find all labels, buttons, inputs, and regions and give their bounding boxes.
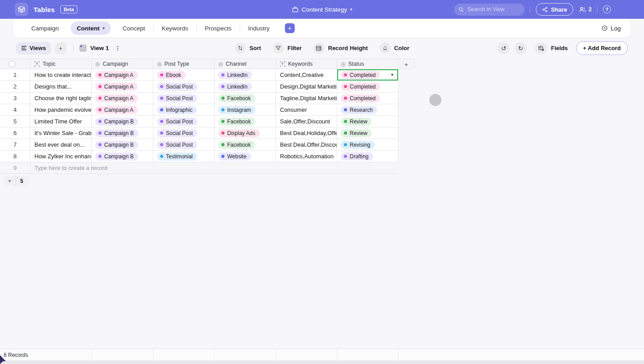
cell-topic[interactable]: Designs that...	[30, 81, 92, 93]
create-record-input[interactable]: Type here to create a record	[30, 162, 92, 174]
single-select-icon: ◎	[218, 61, 223, 67]
cell-campaign[interactable]: Campaign B	[92, 116, 153, 127]
cell-status[interactable]: Review	[337, 116, 398, 127]
log-button[interactable]: Log	[602, 25, 621, 32]
cell-topic[interactable]: It's Winter Sale - Grab th...	[30, 127, 92, 139]
views-button[interactable]: Views	[16, 42, 51, 55]
cell-keywords[interactable]: Best Deal,Holiday,Offer	[276, 127, 337, 139]
cell-campaign[interactable]: Campaign A	[92, 81, 153, 93]
column-header-channel[interactable]: ◎Channel	[215, 59, 276, 69]
row-number[interactable]: 5	[0, 116, 30, 127]
add-record-button[interactable]: + Add Record	[576, 41, 628, 55]
column-header-campaign[interactable]: ◎Campaign	[92, 59, 153, 69]
cell-post-type[interactable]: Social Post	[153, 81, 215, 93]
fields-button[interactable]: Fields	[535, 42, 568, 55]
cell-status[interactable]: Completed	[337, 93, 398, 104]
cell-topic[interactable]: Best ever deal on...	[30, 139, 92, 151]
cell-post-type[interactable]: Social Post	[153, 139, 215, 151]
row-number[interactable]: 2	[0, 81, 30, 93]
column-header-keywords[interactable]: Keywords	[276, 59, 337, 69]
column-header-topic[interactable]: Topic	[30, 59, 92, 69]
cell-campaign[interactable]: Campaign B	[92, 139, 153, 151]
cell-channel[interactable]: Facebook	[215, 93, 276, 104]
cell-channel[interactable]: Website	[215, 151, 276, 162]
cell-topic[interactable]: How Zylker Inc enhance...	[30, 151, 92, 162]
cell-topic[interactable]: How pandemic evolved...	[30, 104, 92, 116]
row-number[interactable]: 4	[0, 104, 30, 116]
sort-button[interactable]: Sort	[235, 42, 261, 54]
add-rows-count-input[interactable]: 5	[16, 178, 30, 184]
tab-industry[interactable]: Industry	[240, 19, 278, 38]
cell-post-type[interactable]: Infographic	[153, 104, 215, 116]
cell-campaign[interactable]: Campaign A	[92, 104, 153, 116]
workspace-switcher[interactable]: Content Strategy ▾	[292, 6, 352, 13]
undo-button[interactable]: ↺	[497, 42, 510, 55]
help-icon[interactable]: ?	[603, 5, 611, 13]
app-logo[interactable]	[15, 3, 28, 16]
cell-channel[interactable]: LinkedIn	[215, 81, 276, 93]
cell-channel[interactable]: Instagram	[215, 104, 276, 116]
cell-status[interactable]: Completed▼	[337, 69, 398, 81]
add-rows-button[interactable]: +	[4, 178, 16, 184]
share-button[interactable]: Share	[536, 3, 573, 16]
cell-keywords[interactable]: Consumer	[276, 104, 337, 116]
cell-campaign[interactable]: Campaign B	[92, 151, 153, 162]
tab-content[interactable]: Content▾	[71, 21, 111, 35]
cell-status[interactable]: Review	[337, 127, 398, 139]
cell-post-type[interactable]: Ebook	[153, 69, 215, 81]
color-button[interactable]: Color	[379, 42, 409, 54]
current-view[interactable]: View 1 ⋮	[80, 45, 121, 51]
tab-keywords[interactable]: Keywords	[153, 19, 196, 38]
row-number[interactable]: 1	[0, 69, 30, 81]
cell-post-type[interactable]: Social Post	[153, 116, 215, 127]
cell-campaign[interactable]: Campaign A	[92, 93, 153, 104]
cell-keywords[interactable]: Robotics,Automation	[276, 151, 337, 162]
view-menu-icon[interactable]: ⋮	[114, 45, 120, 51]
cell-keywords[interactable]: Best Deal,Offer,Discount	[276, 139, 337, 151]
cell-channel[interactable]: Display Ads	[215, 127, 276, 139]
create-record-empty-area[interactable]	[92, 162, 398, 174]
collaborators-button[interactable]: 2	[579, 6, 592, 13]
cell-status[interactable]: Drafting	[337, 151, 398, 162]
tab-prospects[interactable]: Prospects	[197, 19, 240, 38]
caret-down-icon[interactable]: ▼	[390, 73, 394, 77]
cell-channel[interactable]: Facebook	[215, 116, 276, 127]
cell-status[interactable]: Completed	[337, 81, 398, 93]
single-select-icon: ◎	[157, 61, 161, 67]
column-header-status[interactable]: ◎Status	[337, 59, 398, 69]
search-input[interactable]: Search in View	[454, 4, 525, 16]
create-record-row[interactable]: 9Type here to create a record	[0, 162, 415, 174]
cell-status[interactable]: Research	[337, 104, 398, 116]
cell-keywords[interactable]: Design,Digital Marketing	[276, 81, 337, 93]
cell-channel[interactable]: Facebook	[215, 139, 276, 151]
tab-concept[interactable]: Concept	[114, 19, 153, 38]
tab-campaign[interactable]: Campaign	[23, 19, 67, 38]
record-height-button[interactable]: Record Height	[314, 42, 368, 54]
cell-post-type[interactable]: Social Post	[153, 127, 215, 139]
cell-channel[interactable]: LinkedIn	[215, 69, 276, 81]
add-view-button[interactable]: +	[55, 42, 67, 54]
pill-dot-icon	[221, 155, 225, 158]
row-number[interactable]: 8	[0, 151, 30, 162]
cell-status[interactable]: Revising	[337, 139, 398, 151]
cell-topic[interactable]: How to create interactiv...	[30, 69, 92, 81]
user-avatar[interactable]	[616, 3, 629, 16]
row-number[interactable]: 6	[0, 127, 30, 139]
column-header-post-type[interactable]: ◎Post Type	[153, 59, 215, 69]
cell-topic[interactable]: Limited Time Offer	[30, 116, 92, 127]
cell-keywords[interactable]: Sale,Offer,Discount	[276, 116, 337, 127]
filter-button[interactable]: Filter	[273, 42, 302, 54]
add-table-button[interactable]: +	[285, 23, 295, 33]
cell-post-type[interactable]: Testimonial	[153, 151, 215, 162]
cell-campaign[interactable]: Campaign A	[92, 69, 153, 81]
cell-keywords[interactable]: Content,Creative	[276, 69, 337, 81]
add-column-button[interactable]: +	[398, 59, 415, 69]
cell-campaign[interactable]: Campaign B	[92, 127, 153, 139]
cell-post-type[interactable]: Social Post	[153, 93, 215, 104]
row-number[interactable]: 7	[0, 139, 30, 151]
cell-keywords[interactable]: Tagline,Digital Marketing	[276, 93, 337, 104]
row-number[interactable]: 3	[0, 93, 30, 104]
select-all-checkbox[interactable]	[9, 61, 15, 67]
cell-topic[interactable]: Choose the right tagline...	[30, 93, 92, 104]
redo-button[interactable]: ↻	[514, 42, 527, 55]
